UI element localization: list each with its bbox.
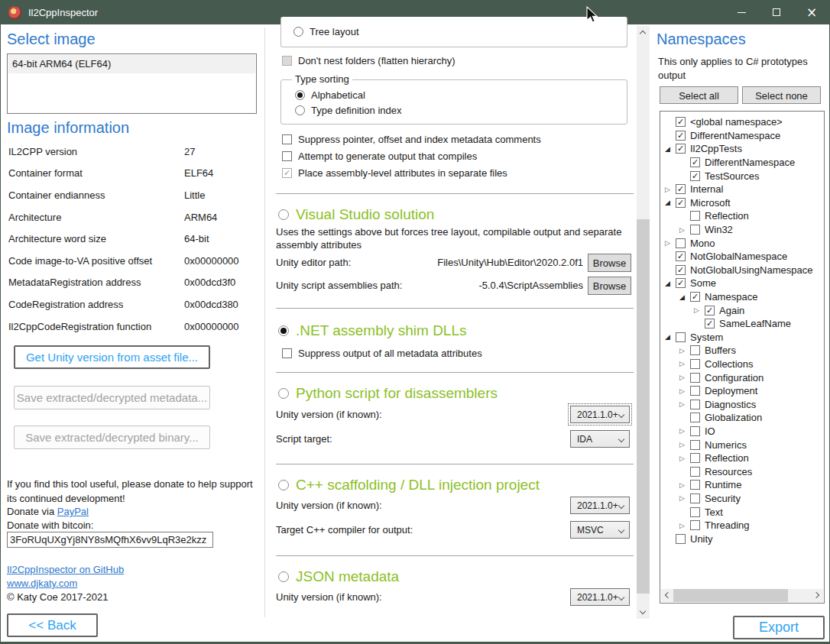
tree-scrollbar-thumb[interactable]	[673, 589, 788, 602]
sort-alphabetical-radio[interactable]	[295, 90, 305, 100]
tree-item-checkbox[interactable]	[676, 198, 686, 208]
script-assemblies-path-value[interactable]: -5.0.4\ScriptAssemblies	[478, 280, 583, 291]
tree-item-checkbox[interactable]	[676, 117, 686, 127]
collapse-icon[interactable]: ◢	[663, 280, 676, 287]
scroll-up-icon[interactable]	[640, 31, 646, 37]
expand-icon[interactable]: ▷	[678, 387, 690, 395]
select-all-button[interactable]: Select all	[660, 86, 738, 104]
tree-item[interactable]: DifferentNamespace	[663, 129, 824, 143]
middle-scrollbar-thumb[interactable]	[637, 219, 650, 594]
collapse-icon[interactable]: ◢	[663, 145, 676, 153]
tree-item-checkbox[interactable]	[705, 306, 715, 316]
bitcoin-address-input[interactable]	[7, 532, 213, 548]
tree-item[interactable]: ▷Win32	[663, 223, 824, 237]
vs-solution-section-header[interactable]: Visual Studio solution	[278, 205, 434, 225]
tree-item-checkbox[interactable]	[690, 171, 700, 181]
tree-item[interactable]: <global namespace>	[663, 115, 824, 129]
tree-item[interactable]: ▷Diagnostics	[663, 397, 824, 411]
tree-item[interactable]: Resources	[663, 464, 824, 478]
suppress-comments-checkbox[interactable]	[282, 134, 292, 144]
vs-solution-radio[interactable]	[278, 209, 289, 220]
tree-item-checkbox[interactable]	[690, 440, 700, 450]
select-none-button[interactable]: Select none	[742, 86, 821, 104]
github-link[interactable]: Il2CppInspector on GitHub	[7, 564, 124, 575]
tree-item[interactable]: ▷Security	[663, 492, 824, 506]
tree-item[interactable]: ▷Buffers	[663, 344, 824, 358]
tree-item-checkbox[interactable]	[676, 238, 686, 248]
tree-item-checkbox[interactable]	[705, 319, 715, 328]
python-unity-version-select[interactable]: 2021.1.0+	[570, 406, 630, 423]
close-button[interactable]: ×	[794, 0, 829, 24]
expand-icon[interactable]: ▷	[678, 347, 690, 354]
suppress-comments-row[interactable]: Suppress pointer, offset and index metad…	[282, 134, 541, 145]
tree-horizontal-scrollbar[interactable]	[661, 589, 823, 602]
tree-item[interactable]: ◢Il2CppTests	[663, 142, 824, 156]
maximize-button[interactable]	[759, 0, 794, 24]
scroll-left-icon[interactable]	[665, 592, 671, 598]
tree-item-checkbox[interactable]	[690, 225, 700, 235]
tree-item[interactable]: DifferentNamespace	[663, 156, 824, 170]
tree-item[interactable]: ◢Some	[663, 277, 824, 290]
tree-item[interactable]: Globalization	[663, 411, 824, 425]
tree-item[interactable]: ▷Threading	[663, 519, 824, 532]
scroll-down-icon[interactable]	[640, 608, 646, 614]
shim-dlls-section-header[interactable]: .NET assembly shim DLLs	[278, 321, 467, 341]
cpp-compiler-select[interactable]: MSVC	[570, 521, 630, 539]
tree-item-checkbox[interactable]	[676, 131, 686, 141]
unity-editor-path-value[interactable]: Files\Unity\Hub\Editor\2020.2.0f1	[437, 257, 583, 268]
tree-item-checkbox[interactable]	[690, 359, 700, 369]
collapse-icon[interactable]: ◢	[663, 333, 676, 341]
expand-icon[interactable]: ▷	[663, 239, 676, 247]
suppress-attributes-checkbox[interactable]	[282, 348, 292, 358]
tree-item[interactable]: SameLeafName	[663, 317, 824, 331]
tree-item-checkbox[interactable]	[676, 265, 686, 275]
expand-icon[interactable]: ▷	[678, 427, 690, 435]
shim-dlls-radio[interactable]	[278, 325, 289, 336]
python-script-radio[interactable]	[278, 388, 289, 399]
tree-item-checkbox[interactable]	[690, 373, 700, 383]
tree-layout-radio-row[interactable]: Tree layout	[293, 26, 359, 37]
generate-compiles-checkbox[interactable]	[282, 151, 292, 161]
image-list-item[interactable]: 64-bit ARM64 (ELF64)	[8, 55, 255, 73]
tree-item-checkbox[interactable]	[690, 292, 700, 302]
tree-item-checkbox[interactable]	[676, 251, 686, 261]
middle-scrollbar[interactable]	[637, 26, 650, 619]
tree-item-checkbox[interactable]	[690, 211, 700, 221]
tree-item[interactable]: Unity	[663, 532, 824, 545]
tree-item-checkbox[interactable]	[690, 426, 700, 436]
tree-item-checkbox[interactable]	[676, 534, 686, 544]
collapse-icon[interactable]: ◢	[678, 293, 690, 301]
expand-icon[interactable]: ▷	[678, 360, 690, 367]
expand-icon[interactable]: ▷	[678, 494, 690, 502]
tree-item-checkbox[interactable]	[690, 413, 700, 422]
tree-item[interactable]: ▷Internal	[663, 183, 824, 196]
expand-icon[interactable]: ▷	[678, 455, 690, 462]
collapse-icon[interactable]: ◢	[663, 199, 676, 206]
minimize-button[interactable]	[724, 0, 759, 24]
paypal-link[interactable]: PayPal	[57, 506, 89, 517]
tree-item-checkbox[interactable]	[690, 480, 700, 490]
expand-icon[interactable]: ▷	[678, 226, 690, 234]
tree-item-checkbox[interactable]	[690, 157, 700, 167]
unity-editor-browse-button[interactable]: Browse	[588, 254, 631, 272]
tree-item[interactable]: ▷Deployment	[663, 384, 824, 398]
script-target-select[interactable]: IDA	[570, 430, 630, 448]
tree-item[interactable]: ▷IO	[663, 425, 824, 439]
tree-item-checkbox[interactable]	[690, 386, 700, 396]
expand-icon[interactable]: ▷	[663, 186, 676, 193]
export-button[interactable]: Export	[733, 616, 825, 639]
sort-alphabetical-row[interactable]: Alphabetical	[295, 89, 365, 101]
tree-item[interactable]: Reflection	[663, 209, 824, 223]
expand-icon[interactable]: ▷	[678, 374, 690, 381]
tree-item-checkbox[interactable]	[690, 507, 700, 517]
tree-item[interactable]: ▷Again	[663, 303, 824, 317]
tree-item[interactable]: TestSources	[663, 169, 824, 183]
cpp-unity-version-select[interactable]: 2021.1.0+	[570, 497, 630, 514]
tree-item-checkbox[interactable]	[676, 332, 686, 342]
sort-typedef-row[interactable]: Type definition index	[295, 105, 402, 116]
json-metadata-section-header[interactable]: JSON metadata	[278, 567, 399, 587]
back-button[interactable]: << Back	[7, 613, 98, 637]
suppress-attributes-row[interactable]: Suppress output of all metadata attribut…	[282, 348, 482, 359]
tree-item[interactable]: ◢System	[663, 331, 824, 345]
tree-item-checkbox[interactable]	[676, 144, 686, 154]
